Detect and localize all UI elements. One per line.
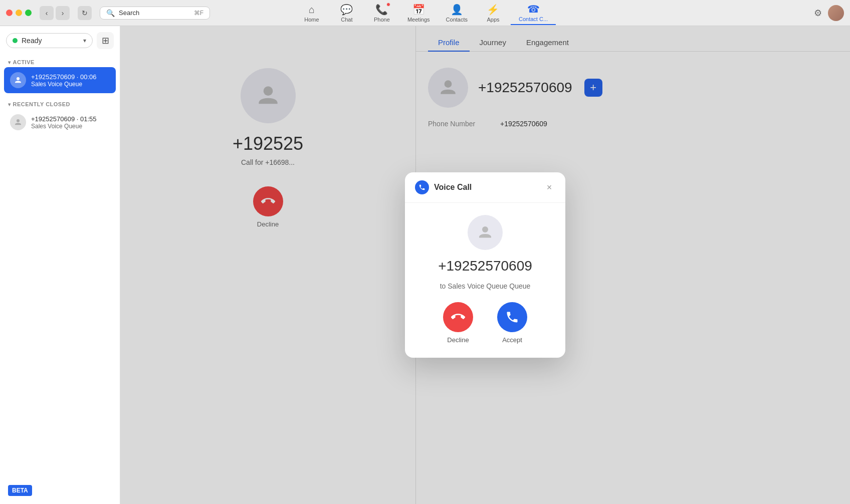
modal-caller-avatar bbox=[468, 215, 503, 250]
titlebar: ‹ › ↻ 🔍 Search ⌘F ⌂ Home 💬 Chat 📞 Phone … bbox=[0, 0, 850, 26]
active-call-item[interactable]: +19252570609 · 00:06 Sales Voice Queue bbox=[4, 67, 116, 93]
modal-overlay: Voice Call × +19252570609 to Sales Voice… bbox=[120, 26, 850, 504]
active-label: ACTIVE bbox=[13, 59, 35, 65]
close-window-button[interactable] bbox=[6, 10, 13, 16]
forward-button[interactable]: › bbox=[56, 6, 70, 20]
accept-action: Accept bbox=[497, 302, 527, 344]
decline-call-button[interactable] bbox=[443, 302, 473, 332]
meetings-icon: 📅 bbox=[412, 4, 425, 16]
nav-label-apps: Apps bbox=[487, 17, 499, 23]
closed-call-info: +19252570609 · 01:55 Sales Voice Queue bbox=[31, 115, 110, 130]
nav-item-phone[interactable]: 📞 Phone bbox=[364, 2, 399, 25]
top-navigation: ⌂ Home 💬 Chat 📞 Phone 📅 Meetings 👤 Conta… bbox=[294, 0, 556, 26]
svg-point-4 bbox=[482, 226, 488, 232]
back-button[interactable]: ‹ bbox=[40, 6, 54, 20]
settings-icon[interactable]: ⚙ bbox=[814, 8, 822, 19]
status-dropdown[interactable]: Ready ▾ bbox=[6, 33, 93, 48]
phone-badge bbox=[386, 3, 390, 7]
nav-item-meetings[interactable]: 📅 Meetings bbox=[399, 2, 438, 25]
modal-close-button[interactable]: × bbox=[543, 181, 555, 193]
nav-item-chat[interactable]: 💬 Chat bbox=[329, 2, 364, 25]
active-section-label: ▾ ACTIVE bbox=[0, 55, 120, 67]
contact-center-icon: ☎ bbox=[527, 3, 540, 15]
recently-closed-section-label: ▾ RECENTLY CLOSED bbox=[0, 97, 120, 109]
active-call-number: +19252570609 · 00:06 bbox=[31, 73, 110, 81]
main-layout: Ready ▾ ⊞ ▾ ACTIVE +19252570609 · 00:06 … bbox=[0, 26, 850, 504]
modal-caller-number: +19252570609 bbox=[438, 258, 532, 274]
nav-label-chat: Chat bbox=[341, 17, 352, 23]
nav-label-meetings: Meetings bbox=[407, 17, 430, 23]
call-avatar-closed bbox=[10, 114, 26, 130]
nav-label-home: Home bbox=[304, 17, 319, 23]
nav-item-home[interactable]: ⌂ Home bbox=[294, 2, 329, 25]
home-icon: ⌂ bbox=[309, 4, 315, 16]
traffic-lights bbox=[6, 10, 32, 16]
nav-item-apps[interactable]: ⚡ Apps bbox=[476, 2, 511, 25]
nav-item-contact-center[interactable]: ☎ Contact C... bbox=[511, 1, 556, 25]
nav-label-phone: Phone bbox=[374, 17, 390, 23]
voice-call-modal: Voice Call × +19252570609 to Sales Voice… bbox=[405, 172, 565, 358]
decline-label: Decline bbox=[447, 336, 469, 344]
sidebar: Ready ▾ ⊞ ▾ ACTIVE +19252570609 · 00:06 … bbox=[0, 26, 120, 504]
main-content: +192525 Call for +16698... Decline Profi… bbox=[120, 26, 850, 504]
accept-call-button[interactable] bbox=[497, 302, 527, 332]
nav-label-contact-center: Contact C... bbox=[519, 16, 548, 22]
decline-action: Decline bbox=[443, 302, 473, 344]
modal-title: Voice Call bbox=[434, 183, 538, 192]
sidebar-header: Ready ▾ ⊞ bbox=[0, 32, 120, 55]
user-avatar[interactable] bbox=[828, 5, 844, 21]
voice-call-icon bbox=[415, 180, 429, 194]
svg-point-1 bbox=[17, 119, 20, 122]
accept-label: Accept bbox=[502, 336, 522, 344]
section-chevron-closed: ▾ bbox=[8, 102, 11, 107]
nav-item-contacts[interactable]: 👤 Contacts bbox=[438, 2, 476, 25]
modal-queue-text: to Sales Voice Queue Queue bbox=[440, 282, 531, 290]
closed-call-number: +19252570609 · 01:55 bbox=[31, 115, 110, 123]
address-bar[interactable]: 🔍 Search ⌘F bbox=[100, 7, 210, 20]
maximize-window-button[interactable] bbox=[25, 10, 32, 16]
nav-buttons: ‹ › bbox=[40, 6, 70, 20]
status-indicator bbox=[13, 38, 18, 43]
minimize-window-button[interactable] bbox=[16, 10, 22, 16]
chat-icon: 💬 bbox=[340, 4, 353, 16]
refresh-button[interactable]: ↻ bbox=[78, 6, 92, 20]
apps-icon: ⚡ bbox=[487, 4, 499, 16]
nav-label-contacts: Contacts bbox=[446, 17, 468, 23]
search-shortcut: ⌘F bbox=[194, 10, 203, 17]
titlebar-right: ⚙ bbox=[814, 5, 844, 21]
search-icon: 🔍 bbox=[106, 9, 115, 17]
active-call-queue: Sales Voice Queue bbox=[31, 81, 110, 88]
modal-header: Voice Call × bbox=[405, 172, 565, 203]
svg-point-0 bbox=[17, 77, 20, 80]
status-text: Ready bbox=[22, 37, 42, 45]
contacts-icon: 👤 bbox=[451, 4, 463, 16]
modal-body: +19252570609 to Sales Voice Queue Queue … bbox=[405, 203, 565, 358]
call-avatar-active bbox=[10, 72, 26, 88]
active-call-info: +19252570609 · 00:06 Sales Voice Queue bbox=[31, 73, 110, 88]
beta-badge: BETA bbox=[8, 485, 32, 496]
recently-closed-label: RECENTLY CLOSED bbox=[13, 101, 70, 107]
closed-call-item[interactable]: +19252570609 · 01:55 Sales Voice Queue bbox=[4, 109, 116, 135]
section-chevron-active: ▾ bbox=[8, 60, 11, 65]
modal-actions: Decline Accept bbox=[443, 302, 527, 344]
beta-label: BETA bbox=[12, 487, 28, 494]
chevron-down-icon: ▾ bbox=[83, 37, 86, 44]
grid-view-button[interactable]: ⊞ bbox=[97, 32, 114, 49]
search-text: Search bbox=[119, 9, 139, 17]
closed-call-queue: Sales Voice Queue bbox=[31, 123, 110, 130]
